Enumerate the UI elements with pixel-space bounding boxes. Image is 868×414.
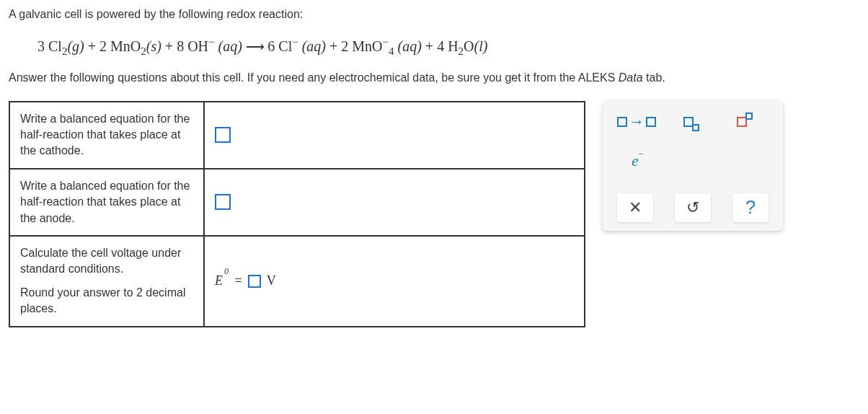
reset-icon: ↺ — [686, 198, 699, 217]
voltage-question-label: Calculate the cell voltage under standar… — [9, 236, 204, 327]
voltage-unit: V — [267, 273, 276, 289]
intro-text: A galvanic cell is powered by the follow… — [9, 6, 859, 23]
equation-toolbox: → e− ✕ — [603, 101, 783, 231]
yields-arrow-tool[interactable]: → — [617, 113, 656, 131]
superscript-tool[interactable] — [727, 117, 763, 127]
instructions-text: Answer the following questions about thi… — [9, 69, 859, 87]
help-icon: ? — [745, 196, 756, 219]
cathode-input[interactable] — [215, 127, 231, 143]
help-button[interactable]: ? — [732, 193, 769, 222]
voltage-input[interactable] — [248, 275, 261, 288]
table-row: Calculate the cell voltage under standar… — [9, 236, 585, 327]
redox-equation: 3 Cl2(g) + 2 MnO2(s) + 8 OH− (aq) ⟶ 6 Cl… — [37, 36, 859, 58]
voltage-E-label: E — [215, 273, 223, 288]
question-table: Write a balanced equation for the half-r… — [9, 101, 585, 327]
cathode-question-label: Write a balanced equation for the half-r… — [9, 102, 204, 169]
anode-answer-cell[interactable] — [204, 169, 585, 236]
close-icon: ✕ — [629, 198, 642, 217]
anode-question-label: Write a balanced equation for the half-r… — [9, 169, 204, 236]
reset-button[interactable]: ↺ — [675, 193, 711, 222]
voltage-answer-cell[interactable]: E 0 = V — [204, 236, 585, 327]
electron-tool[interactable]: e− — [617, 151, 653, 170]
voltage-sup-0: 0 — [224, 266, 229, 277]
table-row: Write a balanced equation for the half-r… — [9, 169, 585, 236]
anode-input[interactable] — [215, 194, 231, 210]
cathode-answer-cell[interactable] — [204, 102, 585, 169]
voltage-equals: = — [235, 273, 242, 289]
subscript-tool[interactable] — [673, 117, 709, 127]
clear-button[interactable]: ✕ — [617, 193, 653, 222]
table-row: Write a balanced equation for the half-r… — [9, 102, 585, 169]
